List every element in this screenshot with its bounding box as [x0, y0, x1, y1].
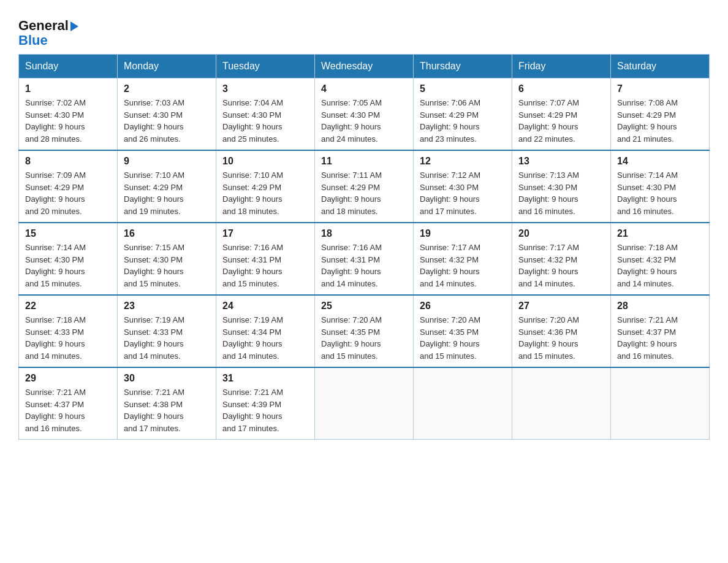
calendar-cell: 9Sunrise: 7:10 AMSunset: 4:29 PMDaylight… — [118, 150, 216, 223]
day-number: 17 — [222, 228, 308, 239]
calendar-cell: 18Sunrise: 7:16 AMSunset: 4:31 PMDayligh… — [315, 223, 414, 295]
calendar-cell: 7Sunrise: 7:08 AMSunset: 4:29 PMDaylight… — [611, 79, 710, 151]
day-number: 15 — [25, 228, 111, 239]
calendar-cell: 26Sunrise: 7:20 AMSunset: 4:35 PMDayligh… — [414, 295, 512, 367]
day-number: 6 — [518, 83, 604, 94]
calendar-cell: 19Sunrise: 7:17 AMSunset: 4:32 PMDayligh… — [414, 223, 512, 295]
day-info: Sunrise: 7:21 AMSunset: 4:39 PMDaylight:… — [222, 386, 308, 434]
day-info: Sunrise: 7:11 AMSunset: 4:29 PMDaylight:… — [321, 169, 407, 217]
calendar-cell: 1Sunrise: 7:02 AMSunset: 4:30 PMDaylight… — [19, 79, 118, 151]
weekday-header-saturday: Saturday — [611, 55, 710, 79]
day-info: Sunrise: 7:15 AMSunset: 4:30 PMDaylight:… — [124, 242, 210, 289]
calendar-cell: 16Sunrise: 7:15 AMSunset: 4:30 PMDayligh… — [118, 223, 216, 295]
day-number: 25 — [321, 301, 407, 312]
day-info: Sunrise: 7:18 AMSunset: 4:33 PMDaylight:… — [25, 314, 111, 362]
day-info: Sunrise: 7:20 AMSunset: 4:35 PMDaylight:… — [420, 314, 506, 362]
day-info: Sunrise: 7:12 AMSunset: 4:30 PMDaylight:… — [420, 169, 506, 217]
weekday-header-sunday: Sunday — [19, 55, 118, 79]
day-number: 24 — [222, 301, 308, 312]
day-number: 7 — [617, 83, 703, 94]
day-info: Sunrise: 7:20 AMSunset: 4:36 PMDaylight:… — [518, 314, 604, 362]
calendar-cell: 14Sunrise: 7:14 AMSunset: 4:30 PMDayligh… — [611, 150, 710, 223]
calendar-week-2: 8Sunrise: 7:09 AMSunset: 4:29 PMDaylight… — [19, 150, 710, 223]
calendar-cell: 23Sunrise: 7:19 AMSunset: 4:33 PMDayligh… — [118, 295, 216, 367]
day-number: 31 — [222, 373, 308, 384]
day-number: 26 — [420, 301, 506, 312]
calendar-cell: 15Sunrise: 7:14 AMSunset: 4:30 PMDayligh… — [19, 223, 118, 295]
calendar-cell: 5Sunrise: 7:06 AMSunset: 4:29 PMDaylight… — [414, 79, 512, 151]
calendar-cell: 29Sunrise: 7:21 AMSunset: 4:37 PMDayligh… — [19, 367, 118, 440]
day-number: 23 — [124, 301, 210, 312]
day-info: Sunrise: 7:09 AMSunset: 4:29 PMDaylight:… — [25, 169, 111, 217]
calendar-cell — [315, 367, 414, 440]
day-info: Sunrise: 7:10 AMSunset: 4:29 PMDaylight:… — [222, 169, 308, 217]
weekday-header-monday: Monday — [118, 55, 216, 79]
day-info: Sunrise: 7:17 AMSunset: 4:32 PMDaylight:… — [420, 242, 506, 289]
day-number: 10 — [222, 156, 308, 167]
calendar-cell: 10Sunrise: 7:10 AMSunset: 4:29 PMDayligh… — [216, 150, 315, 223]
day-number: 18 — [321, 228, 407, 239]
day-number: 27 — [518, 301, 604, 312]
day-number: 14 — [617, 156, 703, 167]
day-info: Sunrise: 7:19 AMSunset: 4:34 PMDaylight:… — [222, 314, 308, 362]
day-info: Sunrise: 7:21 AMSunset: 4:37 PMDaylight:… — [617, 314, 703, 362]
weekday-header-wednesday: Wednesday — [315, 55, 414, 79]
day-info: Sunrise: 7:07 AMSunset: 4:29 PMDaylight:… — [518, 97, 604, 145]
day-info: Sunrise: 7:19 AMSunset: 4:33 PMDaylight:… — [124, 314, 210, 362]
calendar-cell: 22Sunrise: 7:18 AMSunset: 4:33 PMDayligh… — [19, 295, 118, 367]
day-number: 22 — [25, 301, 111, 312]
calendar-cell: 25Sunrise: 7:20 AMSunset: 4:35 PMDayligh… — [315, 295, 414, 367]
calendar-week-4: 22Sunrise: 7:18 AMSunset: 4:33 PMDayligh… — [19, 295, 710, 367]
weekday-header-tuesday: Tuesday — [216, 55, 315, 79]
calendar-cell: 28Sunrise: 7:21 AMSunset: 4:37 PMDayligh… — [611, 295, 710, 367]
calendar-cell: 13Sunrise: 7:13 AMSunset: 4:30 PMDayligh… — [512, 150, 611, 223]
day-info: Sunrise: 7:13 AMSunset: 4:30 PMDaylight:… — [518, 169, 604, 217]
weekday-header-row: SundayMondayTuesdayWednesdayThursdayFrid… — [19, 55, 710, 79]
day-number: 11 — [321, 156, 407, 167]
day-number: 3 — [222, 83, 308, 94]
calendar-cell — [414, 367, 512, 440]
day-info: Sunrise: 7:16 AMSunset: 4:31 PMDaylight:… — [222, 242, 308, 289]
calendar-cell — [512, 367, 611, 440]
day-info: Sunrise: 7:18 AMSunset: 4:32 PMDaylight:… — [617, 242, 703, 289]
day-info: Sunrise: 7:04 AMSunset: 4:30 PMDaylight:… — [222, 97, 308, 145]
day-number: 4 — [321, 83, 407, 94]
calendar-week-5: 29Sunrise: 7:21 AMSunset: 4:37 PMDayligh… — [19, 367, 710, 440]
day-info: Sunrise: 7:05 AMSunset: 4:30 PMDaylight:… — [321, 97, 407, 145]
logo: GeneralBlue — [18, 18, 78, 48]
weekday-header-thursday: Thursday — [414, 55, 512, 79]
day-info: Sunrise: 7:03 AMSunset: 4:30 PMDaylight:… — [124, 97, 210, 145]
day-info: Sunrise: 7:21 AMSunset: 4:37 PMDaylight:… — [25, 386, 111, 434]
top-section: GeneralBlue — [18, 12, 710, 48]
day-info: Sunrise: 7:20 AMSunset: 4:35 PMDaylight:… — [321, 314, 407, 362]
calendar-cell — [611, 367, 710, 440]
day-number: 12 — [420, 156, 506, 167]
day-number: 28 — [617, 301, 703, 312]
day-info: Sunrise: 7:08 AMSunset: 4:29 PMDaylight:… — [617, 97, 703, 145]
calendar-cell: 17Sunrise: 7:16 AMSunset: 4:31 PMDayligh… — [216, 223, 315, 295]
day-number: 29 — [25, 373, 111, 384]
day-number: 30 — [124, 373, 210, 384]
day-number: 1 — [25, 83, 111, 94]
day-info: Sunrise: 7:14 AMSunset: 4:30 PMDaylight:… — [25, 242, 111, 289]
calendar-cell: 31Sunrise: 7:21 AMSunset: 4:39 PMDayligh… — [216, 367, 315, 440]
logo-text: GeneralBlue — [18, 18, 78, 48]
day-number: 9 — [124, 156, 210, 167]
day-info: Sunrise: 7:02 AMSunset: 4:30 PMDaylight:… — [25, 97, 111, 145]
calendar-cell: 27Sunrise: 7:20 AMSunset: 4:36 PMDayligh… — [512, 295, 611, 367]
calendar-cell: 20Sunrise: 7:17 AMSunset: 4:32 PMDayligh… — [512, 223, 611, 295]
day-info: Sunrise: 7:10 AMSunset: 4:29 PMDaylight:… — [124, 169, 210, 217]
day-info: Sunrise: 7:16 AMSunset: 4:31 PMDaylight:… — [321, 242, 407, 289]
calendar-cell: 11Sunrise: 7:11 AMSunset: 4:29 PMDayligh… — [315, 150, 414, 223]
calendar-week-3: 15Sunrise: 7:14 AMSunset: 4:30 PMDayligh… — [19, 223, 710, 295]
day-number: 13 — [518, 156, 604, 167]
weekday-header-friday: Friday — [512, 55, 611, 79]
day-info: Sunrise: 7:17 AMSunset: 4:32 PMDaylight:… — [518, 242, 604, 289]
day-number: 5 — [420, 83, 506, 94]
calendar-cell: 12Sunrise: 7:12 AMSunset: 4:30 PMDayligh… — [414, 150, 512, 223]
calendar-cell: 8Sunrise: 7:09 AMSunset: 4:29 PMDaylight… — [19, 150, 118, 223]
day-number: 19 — [420, 228, 506, 239]
day-number: 21 — [617, 228, 703, 239]
day-info: Sunrise: 7:21 AMSunset: 4:38 PMDaylight:… — [124, 386, 210, 434]
calendar-cell: 6Sunrise: 7:07 AMSunset: 4:29 PMDaylight… — [512, 79, 611, 151]
